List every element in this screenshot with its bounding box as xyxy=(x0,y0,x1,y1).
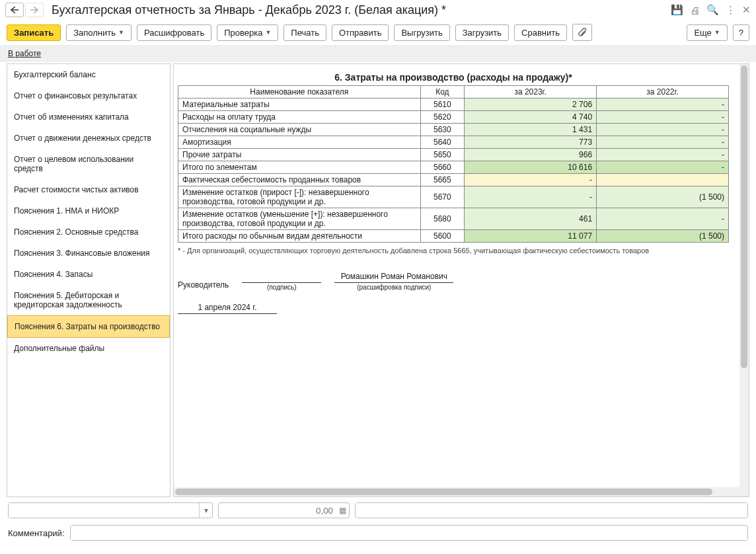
cell-y2[interactable] xyxy=(597,174,729,186)
cell-y1[interactable]: - xyxy=(465,186,597,208)
cell-name: Изменение остатков (прирост [-]): незаве… xyxy=(178,186,421,208)
print-button[interactable]: Печать xyxy=(284,24,326,41)
table-row[interactable]: Амортизация5640773- xyxy=(178,136,729,149)
horizontal-scrollbar[interactable] xyxy=(174,487,739,496)
vertical-scrollbar[interactable] xyxy=(739,64,749,496)
cell-y2[interactable]: - xyxy=(597,111,729,124)
table-row[interactable]: Отчисления на социальные нужды56301 431- xyxy=(178,124,729,136)
sidebar-item[interactable]: Дополнительные файлы xyxy=(7,338,170,359)
cell-name-input[interactable] xyxy=(9,503,199,518)
cell-name: Итого расходы по обычным видам деятельно… xyxy=(178,230,421,243)
sidebar-item[interactable]: Пояснения 2. Основные средства xyxy=(7,221,170,243)
help-button[interactable]: ? xyxy=(733,24,749,41)
chevron-down-icon: ▼ xyxy=(265,29,271,36)
cell-y2[interactable]: - xyxy=(597,208,729,230)
calculator-icon[interactable]: ▦ xyxy=(336,506,349,515)
sidebar-item[interactable]: Расчет стоимости чистых активов xyxy=(7,179,170,200)
col-code: Код xyxy=(420,86,465,99)
fill-button[interactable]: Заполнить▼ xyxy=(66,24,132,41)
cell-y2[interactable]: (1 500) xyxy=(597,230,729,243)
cell-y1[interactable]: 10 616 xyxy=(465,161,597,174)
cell-name: Амортизация xyxy=(178,136,421,149)
preview-icon[interactable]: 🔍 xyxy=(706,4,719,16)
sidebar-item[interactable]: Отчет о целевом использовании средств xyxy=(7,149,170,179)
table-row[interactable]: Изменение остатков (прирост [-]): незаве… xyxy=(178,186,729,208)
send-button[interactable]: Отправить xyxy=(332,24,389,41)
cell-code: 5630 xyxy=(420,124,465,136)
table-row[interactable]: Итого по элементам566010 616- xyxy=(178,161,729,174)
cell-y2[interactable]: - xyxy=(597,124,729,136)
cell-code: 5665 xyxy=(420,174,465,186)
nav-forward-button[interactable] xyxy=(25,3,44,17)
cell-code: 5610 xyxy=(420,99,465,111)
cell-extra-input[interactable] xyxy=(356,503,747,518)
table-row[interactable]: Фактическая себестоимость проданных това… xyxy=(178,174,729,186)
sidebar-item[interactable]: Пояснения 5. Дебиторская и кредиторская … xyxy=(7,285,170,315)
cell-y1[interactable]: 1 431 xyxy=(465,124,597,136)
close-icon[interactable]: ✕ xyxy=(742,4,751,16)
cell-y2[interactable]: - xyxy=(597,136,729,149)
cell-y2[interactable]: (1 500) xyxy=(597,186,729,208)
report-table: Наименование показателя Код за 2023г. за… xyxy=(178,85,729,243)
load-button[interactable]: Загрузить xyxy=(455,24,509,41)
table-row[interactable]: Итого расходы по обычным видам деятельно… xyxy=(178,230,729,243)
cell-y1[interactable]: - xyxy=(465,174,597,186)
more-button[interactable]: Еще▼ xyxy=(687,24,727,41)
kebab-menu-icon[interactable]: ⋮ xyxy=(726,4,736,16)
table-row[interactable]: Прочие затраты5650966- xyxy=(178,149,729,161)
cell-name: Фактическая себестоимость проданных това… xyxy=(178,174,421,186)
cell-name: Изменение остатков (уменьшение [+]): нез… xyxy=(178,208,421,230)
print-icon[interactable]: 🖨 xyxy=(690,5,700,16)
sidebar-item[interactable]: Пояснения 1. НМА и НИОКР xyxy=(7,200,170,221)
cell-code: 5670 xyxy=(420,186,465,208)
comment-input[interactable] xyxy=(71,526,748,540)
cell-name-combo[interactable]: ▾ xyxy=(8,502,213,518)
compare-button[interactable]: Сравнить xyxy=(514,24,567,41)
report-heading: 6. Затраты на производство (расходы на п… xyxy=(178,72,729,83)
save-icon[interactable]: 💾 xyxy=(671,4,683,16)
cell-name: Отчисления на социальные нужды xyxy=(178,124,421,136)
attach-button[interactable] xyxy=(572,24,592,41)
comment-label: Комментарий: xyxy=(8,528,65,538)
page-title: Бухгалтерская отчетность за Январь - Дек… xyxy=(52,3,671,17)
cell-y1[interactable]: 966 xyxy=(465,149,597,161)
section-sidebar: Бухгалтерский балансОтчет о финансовых р… xyxy=(7,63,170,497)
table-row[interactable]: Изменение остатков (уменьшение [+]): нез… xyxy=(178,208,729,230)
cell-y1[interactable]: 2 706 xyxy=(465,99,597,111)
cell-y1[interactable]: 773 xyxy=(465,136,597,149)
sidebar-item[interactable]: Отчет о движении денежных средств xyxy=(7,128,170,149)
cell-name: Прочие затраты xyxy=(178,149,421,161)
sig-date: 1 апреля 2024 г. xyxy=(178,303,277,314)
cell-y2[interactable]: - xyxy=(597,99,729,111)
sig-role: Руководитель xyxy=(178,280,229,291)
sidebar-item[interactable]: Бухгалтерский баланс xyxy=(7,64,170,85)
check-button[interactable]: Проверка▼ xyxy=(217,24,278,41)
cell-value-field[interactable]: ▦ xyxy=(218,502,350,518)
sidebar-item[interactable]: Пояснения 6. Затраты на производство xyxy=(7,315,170,338)
cell-y2[interactable]: - xyxy=(597,149,729,161)
sidebar-item[interactable]: Отчет о финансовых результатах xyxy=(7,85,170,106)
chevron-down-icon[interactable]: ▾ xyxy=(199,503,212,518)
col-y2: за 2022г. xyxy=(597,86,729,99)
cell-y1[interactable]: 461 xyxy=(465,208,597,230)
sig-sign-hint: (подпись) xyxy=(242,284,321,291)
sidebar-item[interactable]: Отчет об изменениях капитала xyxy=(7,106,170,128)
cell-y1[interactable]: 4 740 xyxy=(465,111,597,124)
sidebar-item[interactable]: Пояснения 3. Финансовые вложения xyxy=(7,243,170,264)
decode-button[interactable]: Расшифровать xyxy=(137,24,211,41)
cell-name: Итого по элементам xyxy=(178,161,421,174)
unload-button[interactable]: Выгрузить xyxy=(394,24,449,41)
cell-y1[interactable]: 11 077 xyxy=(465,230,597,243)
cell-code: 5600 xyxy=(420,230,465,243)
cell-y2[interactable]: - xyxy=(597,161,729,174)
nav-back-button[interactable] xyxy=(5,3,24,17)
status-link[interactable]: В работе xyxy=(8,49,41,58)
sidebar-item[interactable]: Пояснения 4. Запасы xyxy=(7,264,170,285)
col-y1: за 2023г. xyxy=(465,86,597,99)
write-button[interactable]: Записать xyxy=(7,24,61,41)
cell-code: 5620 xyxy=(420,111,465,124)
cell-value-input[interactable] xyxy=(219,506,336,516)
table-row[interactable]: Материальные затраты56102 706- xyxy=(178,99,729,111)
table-row[interactable]: Расходы на оплату труда56204 740- xyxy=(178,111,729,124)
chevron-down-icon: ▼ xyxy=(714,29,720,36)
